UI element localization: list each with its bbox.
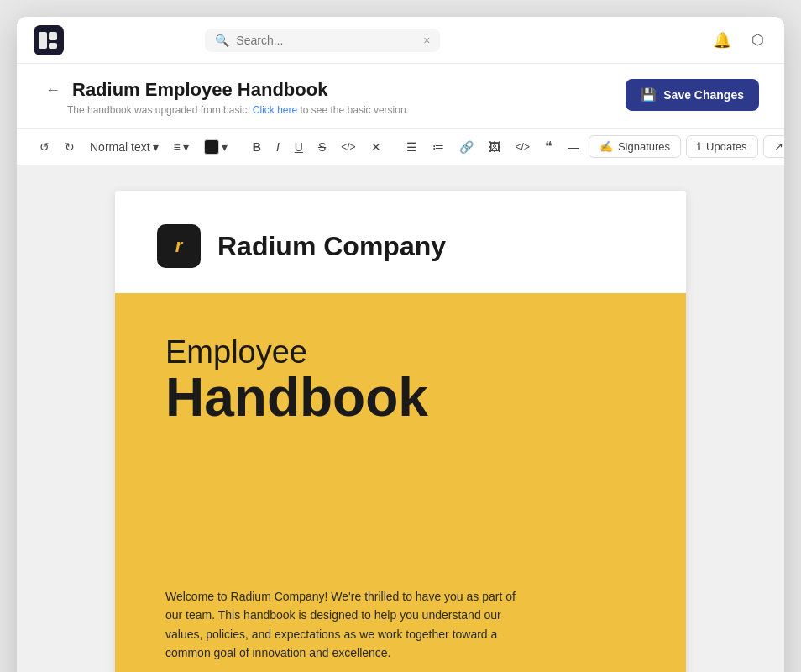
top-bar: 🔍 × 🔔 ⬡ — [17, 17, 784, 64]
redo-button[interactable]: ↻ — [59, 137, 81, 157]
list-style-icon: ≡ — [174, 140, 181, 154]
image-icon: 🖼 — [489, 140, 500, 154]
save-icon: 💾 — [641, 87, 657, 102]
exit-icon: ⬡ — [751, 31, 764, 49]
document-header: ← Radium Employee Handbook The handbook … — [17, 64, 784, 129]
cover-description-section: Welcome to Radium Company! We're thrille… — [115, 562, 686, 672]
app-logo — [34, 25, 64, 55]
document-page: r Radium Company Employee Handbook Welco… — [115, 191, 686, 672]
notification-bell-button[interactable]: 🔔 — [709, 28, 735, 53]
svg-rect-0 — [39, 32, 47, 49]
bell-icon: 🔔 — [713, 31, 731, 50]
quote-icon: ❝ — [545, 139, 552, 155]
undo-button[interactable]: ↺ — [34, 137, 55, 157]
company-header: r Radium Company — [115, 191, 686, 293]
search-clear-icon[interactable]: × — [423, 34, 430, 47]
back-arrow-icon: ← — [45, 81, 60, 98]
redo-icon: ↻ — [65, 140, 75, 154]
image-button[interactable]: 🖼 — [483, 137, 506, 157]
numbered-list-icon: ≔ — [432, 140, 444, 154]
updates-button[interactable]: ℹ Updates — [686, 135, 757, 158]
cover-description-text: Welcome to Radium Company! We're thrille… — [165, 587, 535, 663]
top-right-actions: 🔔 ⬡ — [709, 28, 767, 53]
exit-button[interactable]: ⬡ — [748, 28, 767, 52]
updates-icon: ℹ — [697, 140, 701, 153]
code-inline-icon: </> — [341, 141, 355, 153]
company-name-text: Radium Company — [217, 231, 446, 262]
strikethrough-icon: S — [318, 140, 326, 154]
cover-line2: Handbook — [165, 370, 644, 424]
header-left: ← Radium Employee Handbook The handbook … — [42, 79, 409, 116]
cover-section: Employee Handbook — [115, 293, 686, 562]
svg-rect-1 — [49, 32, 57, 40]
horizontal-rule-button[interactable]: — — [562, 137, 585, 157]
back-title-row: ← Radium Employee Handbook — [42, 79, 409, 101]
signatures-button[interactable]: ✍ Signatures — [589, 135, 681, 158]
list-style-dropdown[interactable]: ≡ ▾ — [168, 137, 195, 157]
underline-icon: U — [295, 140, 303, 154]
text-style-dropdown[interactable]: Normal text ▾ — [84, 137, 165, 157]
link-icon: 🔗 — [459, 140, 474, 154]
updates-label: Updates — [706, 140, 746, 153]
strikethrough-button[interactable]: S — [312, 137, 332, 157]
back-button[interactable]: ← — [42, 80, 64, 101]
save-changes-button[interactable]: 💾 Save Changes — [626, 79, 759, 111]
subtitle-prefix-text: The handbook was upgraded from basic. — [67, 104, 249, 116]
italic-button[interactable]: I — [270, 137, 285, 157]
code-inline-button[interactable]: </> — [335, 138, 361, 156]
color-picker-button[interactable]: ▾ — [198, 136, 233, 158]
cover-line1: Employee — [165, 335, 644, 370]
app-window: 🔍 × 🔔 ⬡ ← Radium Employee Handbook The h… — [17, 17, 784, 672]
click-here-link[interactable]: Click here — [253, 104, 297, 116]
undo-icon: ↺ — [39, 140, 50, 154]
bullet-list-icon: ☰ — [406, 140, 417, 154]
color-chevron-icon: ▾ — [222, 140, 228, 154]
quote-button[interactable]: ❝ — [539, 135, 558, 158]
signatures-label: Signatures — [618, 140, 670, 153]
toolbar-right-actions: ✍ Signatures ℹ Updates ↗ Share ⬇ Downloa… — [589, 135, 784, 158]
clear-format-icon: ✕ — [371, 140, 381, 154]
subtitle-suffix-text: to see the basic version. — [301, 104, 409, 116]
text-style-label: Normal text — [90, 140, 150, 154]
embed-button[interactable]: </> — [510, 138, 536, 156]
search-input[interactable] — [236, 34, 416, 47]
bold-icon: B — [253, 140, 261, 154]
content-area: r Radium Company Employee Handbook Welco… — [17, 165, 784, 672]
editor-toolbar: ↺ ↻ Normal text ▾ ≡ ▾ ▾ B I U S — [17, 129, 784, 165]
list-chevron-icon: ▾ — [183, 140, 189, 154]
hr-icon: — — [568, 140, 579, 154]
svg-rect-2 — [49, 43, 57, 49]
underline-button[interactable]: U — [289, 137, 309, 157]
company-logo-box: r — [157, 224, 201, 268]
text-style-chevron-icon: ▾ — [153, 140, 159, 154]
company-logo-letter: r — [175, 235, 183, 257]
search-icon: 🔍 — [215, 34, 229, 47]
search-bar: 🔍 × — [205, 29, 440, 52]
bold-button[interactable]: B — [247, 137, 267, 157]
share-icon: ↗ — [774, 140, 783, 153]
numbered-list-button[interactable]: ≔ — [427, 137, 450, 157]
bullet-list-button[interactable]: ☰ — [400, 137, 423, 157]
save-button-label: Save Changes — [663, 88, 744, 102]
link-button[interactable]: 🔗 — [453, 137, 479, 157]
embed-icon: </> — [516, 141, 530, 153]
signatures-icon: ✍ — [599, 140, 613, 153]
italic-icon: I — [276, 140, 280, 154]
header-right: 💾 Save Changes — [626, 79, 759, 111]
clear-format-button[interactable]: ✕ — [365, 137, 387, 157]
document-subtitle: The handbook was upgraded from basic. Cl… — [42, 104, 409, 116]
color-swatch — [204, 139, 219, 155]
document-title: Radium Employee Handbook — [72, 79, 327, 101]
share-button[interactable]: ↗ Share — [763, 135, 784, 158]
